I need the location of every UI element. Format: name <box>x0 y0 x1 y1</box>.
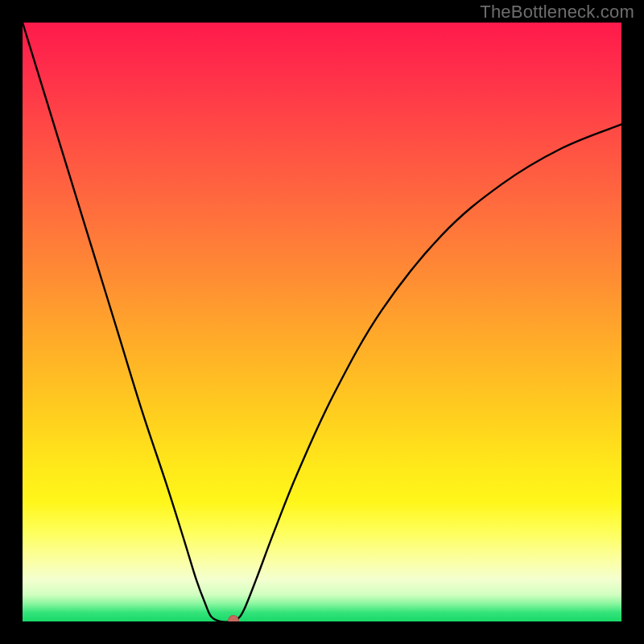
chart-frame: TheBottleneck.com <box>0 0 644 644</box>
watermark-text: TheBottleneck.com <box>480 2 634 23</box>
plot-area <box>23 23 621 621</box>
bottleneck-curve <box>23 23 621 621</box>
